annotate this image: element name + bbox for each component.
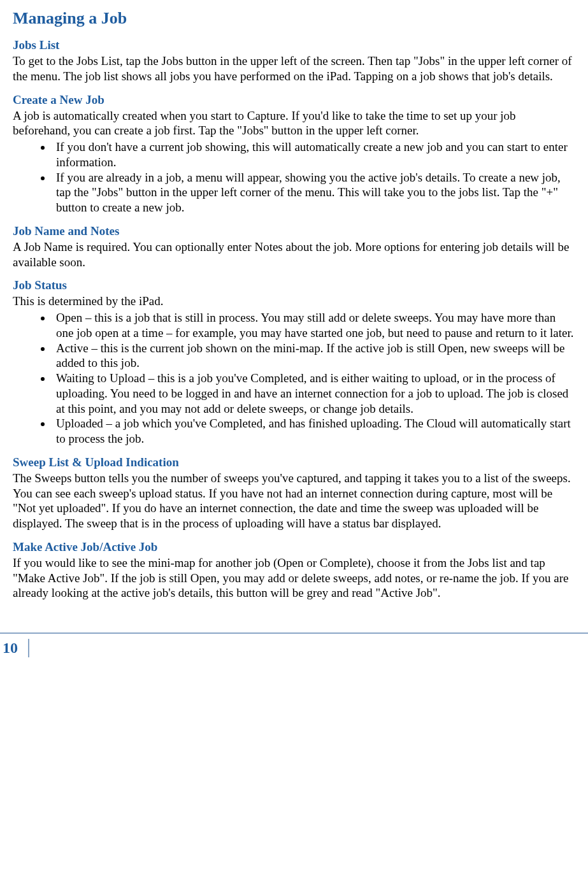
section-jobs-list: Jobs List To get to the Jobs List, tap t… [13,38,575,84]
bullet-item: Open – this is a job that is still in pr… [52,310,575,341]
page-title: Managing a Job [13,9,575,28]
section-job-status: Job Status This is determined by the iPa… [13,278,575,447]
body-job-status: This is determined by the iPad. [13,294,575,309]
bullet-item: If you don't have a current job showing,… [52,139,575,170]
body-sweep-list: The Sweeps button tells you the number o… [13,471,575,531]
section-create-job: Create a New Job A job is automatically … [13,93,575,215]
heading-create-job: Create a New Job [13,93,575,107]
page-number: 10 [0,639,29,657]
bullet-item: Waiting to Upload – this is a job you've… [52,371,575,416]
body-job-name: A Job Name is required. You can optional… [13,239,575,270]
body-active-job: If you would like to see the mini-map fo… [13,555,575,601]
heading-job-name: Job Name and Notes [13,224,575,238]
section-job-name: Job Name and Notes A Job Name is require… [13,224,575,270]
heading-jobs-list: Jobs List [13,38,575,52]
heading-sweep-list: Sweep List & Upload Indication [13,455,575,469]
bullet-item: If you are already in a job, a menu will… [52,170,575,215]
heading-job-status: Job Status [13,278,575,292]
bullet-item: Active – this is the current job shown o… [52,341,575,371]
section-sweep-list: Sweep List & Upload Indication The Sweep… [13,455,575,531]
bullets-create-job: If you don't have a current job showing,… [13,139,575,215]
section-active-job: Make Active Job/Active Job If you would … [13,540,575,601]
heading-active-job: Make Active Job/Active Job [13,540,575,554]
body-create-job: A job is automatically created when you … [13,108,575,139]
body-jobs-list: To get to the Jobs List, tap the Jobs bu… [13,54,575,84]
bullet-item: Uploaded – a job which you've Completed,… [52,416,575,447]
document-page: Managing a Job Jobs List To get to the J… [0,0,588,601]
bullets-job-status: Open – this is a job that is still in pr… [13,310,575,447]
page-footer: 10 [0,632,588,683]
